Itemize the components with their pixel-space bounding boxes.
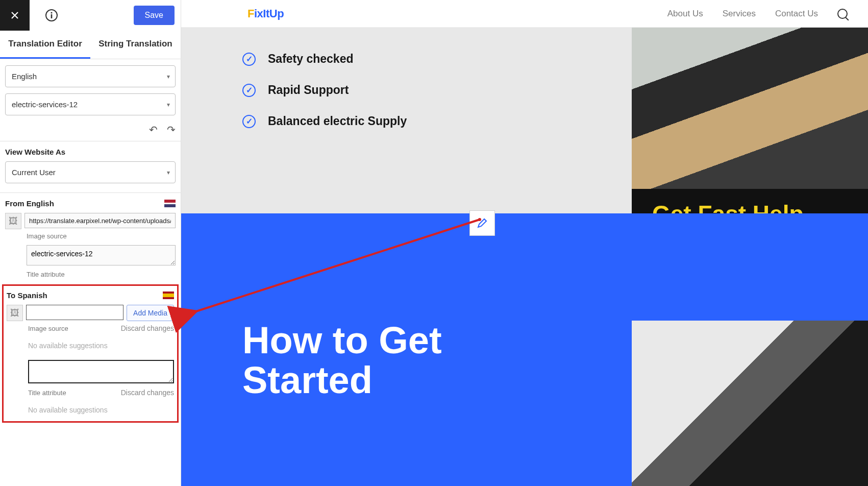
no-suggestions-1: No available suggestions	[28, 342, 174, 350]
hero-top-section: ✓ Safety checked ✓ Rapid Support ✓ Balan…	[181, 28, 868, 213]
check-icon: ✓	[242, 115, 256, 128]
view-as-section: View Website As Current User	[0, 141, 181, 192]
from-title-attr-label: Title attribute	[27, 271, 176, 278]
site-header: FixItUp About Us Services Contact Us	[181, 0, 868, 28]
logo-letter-f: F	[247, 7, 254, 20]
flag-es-icon	[163, 291, 174, 299]
panel-top-bar: Save	[0, 0, 181, 31]
item-select[interactable]: electric-services-12	[5, 93, 176, 115]
translation-panel: Save Translation Editor String Translati…	[0, 0, 181, 486]
view-as-select[interactable]: Current User	[5, 161, 176, 183]
nav-about[interactable]: About Us	[667, 9, 703, 19]
to-title-attr-label: Title attribute	[28, 389, 66, 397]
close-button[interactable]	[0, 0, 30, 31]
logo-rest: ixItUp	[254, 7, 284, 20]
tab-translation-editor[interactable]: Translation Editor	[0, 31, 90, 59]
to-title-attr-input[interactable]	[28, 360, 174, 383]
check-item-1: ✓ Safety checked	[242, 52, 632, 66]
undo-redo-group: ↶ ↷	[0, 121, 181, 141]
how-to-title: How to Get Started	[242, 321, 528, 401]
from-language-section: From English 🖼 Image source electric-ser…	[0, 193, 181, 281]
check-item-3: ✓ Balanced electric Supply	[242, 114, 632, 128]
language-select[interactable]: English	[5, 65, 176, 87]
check-text-2: Rapid Support	[268, 83, 349, 97]
no-suggestions-2: No available suggestions	[28, 406, 174, 414]
check-text-1: Safety checked	[268, 52, 353, 66]
second-photo	[632, 321, 868, 486]
info-icon	[45, 9, 58, 22]
save-button[interactable]: Save	[134, 6, 175, 25]
pencil-icon	[477, 217, 488, 229]
undo-icon[interactable]: ↶	[149, 124, 158, 136]
flag-us-icon	[164, 200, 176, 207]
image-icon: 🖼	[7, 305, 23, 321]
from-title-attr-input[interactable]: electric-services-12	[27, 245, 176, 265]
to-language-label: To Spanish	[7, 291, 47, 300]
discard-changes-link-1[interactable]: Discard changes	[121, 324, 174, 332]
blue-section: How to Get Started	[181, 213, 868, 486]
from-language-label: From English	[5, 199, 54, 208]
edit-pencil-button[interactable]	[469, 210, 495, 236]
image-icon: 🖼	[5, 213, 21, 229]
discard-changes-link-2[interactable]: Discard changes	[121, 388, 174, 397]
from-image-source-input[interactable]	[24, 213, 176, 228]
nav-contact[interactable]: Contact Us	[775, 9, 818, 19]
check-icon: ✓	[242, 53, 256, 66]
add-media-button[interactable]: Add Media	[127, 305, 174, 321]
view-as-title: View Website As	[5, 148, 176, 156]
check-icon: ✓	[242, 84, 256, 97]
panel-controls: English electric-services-12	[0, 59, 181, 121]
info-button[interactable]	[40, 4, 63, 27]
feature-checks: ✓ Safety checked ✓ Rapid Support ✓ Balan…	[181, 28, 632, 213]
panel-tabs: Translation Editor String Translation	[0, 31, 181, 59]
site-preview: FixItUp About Us Services Contact Us ✓ S…	[181, 0, 868, 486]
redo-icon[interactable]: ↷	[167, 124, 176, 136]
from-image-source-label: Image source	[27, 232, 176, 240]
hero-photo-wrap: Get Fast Help We're available 24/7	[632, 28, 868, 213]
check-text-3: Balanced electric Supply	[268, 114, 407, 128]
nav-services[interactable]: Services	[723, 9, 756, 19]
site-nav: About Us Services Contact Us	[667, 9, 848, 19]
hero-photo	[632, 28, 868, 189]
site-logo[interactable]: FixItUp	[247, 7, 284, 20]
svg-rect-2	[51, 14, 53, 18]
to-language-section: To Spanish 🖼 Add Media Image source Disc…	[2, 284, 179, 423]
close-icon	[10, 10, 20, 20]
tab-string-translation[interactable]: String Translation	[90, 31, 181, 59]
check-item-2: ✓ Rapid Support	[242, 83, 632, 97]
to-image-source-label: Image source	[28, 325, 68, 332]
search-icon[interactable]	[837, 9, 848, 19]
to-image-source-input[interactable]	[26, 305, 123, 320]
svg-point-1	[51, 12, 52, 13]
